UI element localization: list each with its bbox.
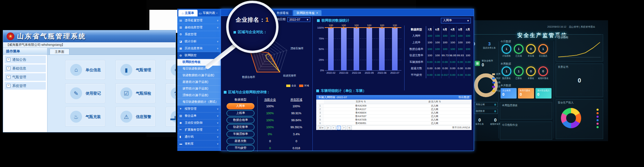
month-value: 0.00 xyxy=(441,65,449,72)
nav-item-label: 基础信息 xyxy=(12,66,26,71)
table-row[interactable]: 1鲁KA1909已入网 xyxy=(316,104,472,108)
vehicle-table-tab[interactable]: 车辆入网明细 -2022-07 xyxy=(318,95,347,100)
metric-button-车辆漂移率[interactable]: 车辆漂移率 xyxy=(227,131,254,137)
card-累计安全投入[interactable]: 累计安全投入0 xyxy=(535,88,552,99)
stat-保养任务: 0保养任务 xyxy=(475,117,484,126)
safety-fee-line-chart xyxy=(557,41,601,58)
menu-item-label: 报警管理 xyxy=(185,107,215,111)
metric-button-上线率[interactable]: 上线率 xyxy=(227,110,254,116)
sidebar-item-资料库[interactable]: ▬资料库∨ xyxy=(177,140,221,147)
sidebar-item-扩展服务管理[interactable]: ✂扩展服务管理∨ xyxy=(177,126,221,133)
tile-使用登记[interactable]: ✎使用登记 xyxy=(66,84,105,103)
table-row[interactable]: 3鲁K96604已入网 xyxy=(316,111,472,115)
metric-button-轨迹完整率[interactable]: 轨迹完整率 xyxy=(227,124,254,130)
bar-2022-06[interactable] xyxy=(379,28,385,70)
pager-last-button[interactable]: >| xyxy=(347,126,351,130)
sidebar-item-系统管理[interactable]: ⚙系统管理 xyxy=(177,31,221,38)
sidebar-item-系统管理[interactable]: +系统管理 xyxy=(4,82,46,90)
sidebar-item-基础信息管理[interactable]: ▥基础信息管理∨ xyxy=(177,24,221,31)
sidebar-item-通知公告[interactable]: +通知公告 xyxy=(4,56,46,64)
vehicle-section: 车辆明细统计（单位：车辆） 车辆入网明细 -2022-07 导出数据 车牌号 ⇅… xyxy=(316,88,472,130)
sidebar-item-整合运单[interactable]: ▧整合运单∨ xyxy=(177,112,221,119)
expand-plus-icon[interactable]: + xyxy=(7,75,10,79)
tile-信息预警[interactable]: ⚠信息预警 xyxy=(116,107,155,126)
pager-page-number[interactable]: 1 xyxy=(337,126,341,130)
sidebar-item-气瓶管理[interactable]: +气瓶管理 xyxy=(4,73,46,81)
sidebar-item-联网联控[interactable]: ◍联网联控 xyxy=(177,52,221,59)
rank-value: 1 xyxy=(265,16,269,23)
table-row[interactable]: 6鲁K56951已入网 xyxy=(316,122,472,125)
sidebar-item-漂移统计(基于运政)[interactable]: 漂移统计(基于运政) xyxy=(177,92,221,99)
tile-气瓶充装[interactable]: ♨气瓶充装 xyxy=(66,107,105,126)
expand-plus-icon[interactable]: + xyxy=(7,66,10,70)
table-row[interactable]: 4鲁KA7637已入网 xyxy=(316,115,472,118)
pager-first-button[interactable]: |< xyxy=(326,126,330,130)
col-status-header[interactable]: 是否入网 ⇅ xyxy=(398,100,472,104)
pager-prev-button[interactable]: < xyxy=(332,126,336,130)
tile-chart-icon[interactable]: ▂▅█ xyxy=(166,107,176,126)
bar-2022-02[interactable] xyxy=(328,28,334,70)
metric-button-超速次数[interactable]: 超速次数 xyxy=(227,138,254,144)
sidebar-item-每日轨迹数据统计（测试）[interactable]: 每日轨迹数据统计（测试） xyxy=(177,99,221,106)
tile-person-icon[interactable]: ☻ xyxy=(166,60,176,79)
menu-item-label: 疲劳统计(基于运政) xyxy=(183,87,219,91)
query-date-select[interactable]: 2022-07 ▾ xyxy=(287,17,310,22)
tab-联网联控考核[interactable]: 联网联控考核× xyxy=(293,10,321,16)
table-row[interactable]: 2鲁KA1117已入网 xyxy=(316,108,472,111)
card-安全检查[interactable]: 安全检查0 xyxy=(501,88,517,99)
bar-2022-05[interactable] xyxy=(367,28,372,70)
tile-气瓶管理[interactable]: ▮气瓶管理 xyxy=(116,60,155,79)
month-value: 100 xyxy=(456,39,464,46)
table-row[interactable]: 5鲁KA7005已入网 xyxy=(316,118,472,122)
sidebar-item-统计分析[interactable]: ◪统计分析∨ xyxy=(177,38,221,45)
close-icon[interactable]: × xyxy=(316,10,318,16)
col-plate-header[interactable]: 车牌号 ⇅ xyxy=(324,100,398,104)
stat-label: 保养任务 xyxy=(475,123,484,126)
sidebar-item-违章处置管理[interactable]: ▤违章处置管理∨ xyxy=(177,17,221,24)
expand-plus-icon[interactable]: + xyxy=(7,58,10,61)
metric-button-平均疲劳[interactable]: 平均疲劳 xyxy=(227,145,254,151)
x-axis-label: 2022-03 xyxy=(338,72,350,74)
month-row-label: 轨迹完整率 xyxy=(407,52,426,59)
tab-main-screen[interactable]: 主界面 xyxy=(50,49,69,55)
month-value: 100 xyxy=(441,33,449,39)
tile-气瓶报检[interactable]: ☑气瓶报检 xyxy=(116,84,155,103)
sidebar-collapse-icon[interactable]: ‹ xyxy=(216,10,221,16)
sidebar-item-历史信息查询[interactable]: ▦历史信息查询∨ xyxy=(177,45,221,52)
stat-row-隐患数量: 隐患数量0 xyxy=(474,109,498,114)
page-size-select[interactable]: 10 ▾ xyxy=(318,126,325,130)
tab-数据看板[interactable]: 数据看板 xyxy=(273,10,292,16)
sidebar-item-主动安全防御[interactable]: ◉主动安全防御∨ xyxy=(177,119,221,126)
sidebar-item-报警管理[interactable]: ✦报警管理∨ xyxy=(177,106,221,112)
today-danger-panel: 今日危险作业 xyxy=(500,122,552,140)
sidebar-item-轨迹数据统计(基于运政)[interactable]: 轨迹数据统计(基于运政) xyxy=(177,72,221,79)
metric-button-入网率[interactable]: 入网率 xyxy=(227,103,254,109)
expand-plus-icon[interactable]: + xyxy=(7,84,10,88)
metric-dropdown[interactable]: 入网率 ▾ xyxy=(441,18,471,23)
sidebar-item-通行码[interactable]: ▮通行码∨ xyxy=(177,133,221,140)
month-value: 0.00 xyxy=(449,65,457,72)
bar-2022-03[interactable] xyxy=(341,28,347,70)
metric-button-数据合格率[interactable]: 数据合格率 xyxy=(227,117,254,123)
sidebar-tab-main-menu[interactable]: ⌂ 主菜单 xyxy=(178,10,198,16)
ring-value: 0 xyxy=(526,44,536,54)
sidebar-item-每日轨迹数据统计[interactable]: 每日轨迹数据统计 xyxy=(177,66,221,72)
tile-wrench-icon[interactable]: ⚒ xyxy=(166,84,176,103)
bar-2022-07[interactable] xyxy=(392,28,398,70)
sidebar-tab-vehicle-list[interactable]: ▭ 车辆列表 xyxy=(198,10,216,16)
card-检查问题点[interactable]: 检查问题点0 xyxy=(518,88,534,99)
bar-2022-04[interactable] xyxy=(354,28,359,70)
legend-swatch xyxy=(492,82,495,84)
month-value: 100 xyxy=(456,46,464,52)
sidebar-item-疲劳统计(基于运政)[interactable]: 疲劳统计(基于运政) xyxy=(177,86,221,92)
month-value: 100 xyxy=(426,39,434,46)
legend-swatch xyxy=(492,90,495,92)
ring-value: 1 xyxy=(502,66,511,76)
tile-单位信息[interactable]: ⌂单位信息 xyxy=(66,60,105,79)
center-sidebar: ⌂ 主菜单 ▭ 车辆列表 ‹ ▤违章处置管理∨▥基础信息管理∨⚙系统管理◪统计分… xyxy=(177,9,221,151)
status-cell: 已入网 xyxy=(398,122,472,125)
pager-next-button[interactable]: > xyxy=(342,126,346,130)
sidebar-item-超速统计(基于运政)[interactable]: 超速统计(基于运政) xyxy=(177,79,221,86)
export-data-button[interactable]: 导出数据 xyxy=(458,95,469,100)
sidebar-item-基础信息[interactable]: +基础信息 xyxy=(4,64,46,72)
